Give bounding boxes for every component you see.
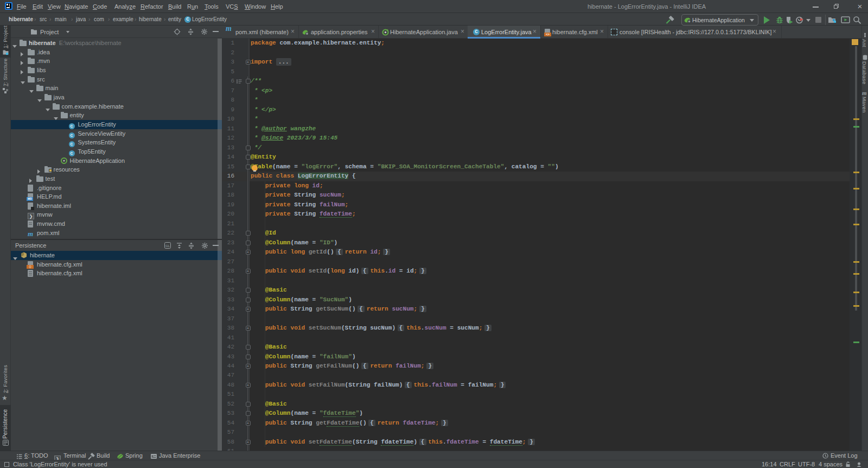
svg-text:GL: GL — [165, 244, 170, 248]
